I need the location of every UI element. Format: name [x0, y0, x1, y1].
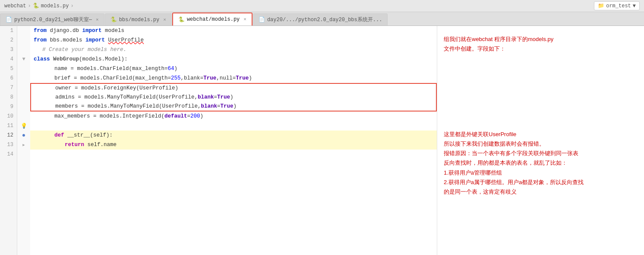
- tab4-label: day20/.../python2.0_day20_bbs系统开...: [267, 16, 382, 23]
- project-section: 📁 orm_test ▼: [594, 1, 640, 10]
- tab-bbs-models[interactable]: 🐍 bbs/models.py ×: [105, 13, 172, 26]
- bool-true-6c: True: [236, 73, 249, 83]
- field-name-7: owner = models.ForeignKey(UserProfile): [55, 83, 178, 93]
- code-line-9: members = models.ManyToManyField(UserPro…: [30, 102, 437, 112]
- breadcrumb: webchat › 🐍 models.py ›: [4, 3, 74, 9]
- code-line-10: max_members = models.IntegerField(defaul…: [30, 112, 437, 121]
- field-param-6c: null: [220, 73, 233, 83]
- gutter-9: [17, 102, 30, 112]
- kw-from-1: from: [34, 26, 47, 35]
- project-badge[interactable]: 📁 orm_test ▼: [594, 1, 640, 10]
- code-line-3: # Create your models here.: [30, 45, 437, 54]
- gutter-13: ▶: [17, 140, 30, 150]
- tab1-close[interactable]: ×: [96, 17, 99, 22]
- bool-true-6b: True: [203, 73, 216, 83]
- project-name: orm_test: [606, 3, 631, 9]
- breadcrumb-sep: ›: [28, 3, 31, 9]
- annotation-top: 组我们就在webchat 程序目录下的models.py 文件中创建。字段如下：: [444, 35, 638, 54]
- val-10: 200: [190, 112, 200, 121]
- tab2-label: bbs/models.py: [119, 17, 160, 23]
- ln-14: 14: [0, 150, 17, 159]
- field-param-6a: max_length: [136, 73, 168, 83]
- tab2-close[interactable]: ×: [163, 17, 166, 22]
- import-name-1: models: [105, 26, 124, 35]
- gutter-12: ●: [17, 131, 30, 140]
- debug-dot-icon[interactable]: ●: [22, 132, 25, 139]
- breadcrumb-end-sep: ›: [70, 3, 73, 9]
- tab1-icon: 📄: [6, 16, 12, 23]
- gutter-2: [17, 35, 30, 45]
- code-line-14: [30, 150, 437, 159]
- tab-webchat-models[interactable]: 🐍 webchat/models.py ×: [172, 13, 253, 26]
- tab1-label: python2.0_day21_web聊天室—: [14, 16, 92, 23]
- annotation-panel: 组我们就在webchat 程序目录下的models.py 文件中创建。字段如下：…: [437, 26, 644, 255]
- ln-8: 8: [0, 92, 17, 102]
- field-name-8: admins = models.ManyToManyField(UserProf…: [55, 92, 198, 102]
- gutter-7: [17, 83, 30, 92]
- bool-true-8: True: [217, 92, 230, 102]
- code-line-4: class WebGroup (models.Model):: [30, 54, 437, 64]
- tab-python-day21[interactable]: 📄 python2.0_day21_web聊天室— ×: [0, 13, 104, 26]
- ln-4: 4: [0, 54, 17, 64]
- code-line-5: name = models.CharField(max_length=64): [30, 64, 437, 73]
- ln-6: 6: [0, 73, 17, 83]
- code-lines: from django.db import models from bbs.mo…: [30, 26, 437, 159]
- code-line-13: return self.name: [30, 140, 437, 150]
- bool-true-9: True: [221, 102, 234, 111]
- default-kw-10: default: [164, 112, 187, 121]
- gutter-1: [17, 26, 30, 35]
- field-val-6: 255: [171, 73, 181, 83]
- tab-bar: 📄 python2.0_day21_web聊天室— × 🐍 bbs/models…: [0, 12, 644, 26]
- ln-2: 2: [0, 35, 17, 45]
- code-line-8: admins = models.ManyToManyField(UserProf…: [30, 92, 437, 102]
- breadcrumb-file-icon: 🐍: [33, 3, 39, 9]
- tab3-icon: 🐍: [178, 16, 185, 23]
- annotation-middle: 这里都是外键关联UserProfile 所以接下来我们创建数据表时会有报错。 报…: [444, 130, 638, 197]
- gutter-4[interactable]: ▼: [17, 54, 30, 64]
- ln-3: 3: [0, 45, 17, 54]
- tab3-label: webchat/models.py: [187, 16, 240, 22]
- field-param-5: max_length: [132, 64, 164, 73]
- ln-12: 12: [0, 131, 17, 140]
- gutter-14: [17, 150, 30, 159]
- class-name: WebGroup: [53, 54, 79, 64]
- field-val-5: 64: [168, 64, 174, 73]
- gutter: ▼ 💡 ● ▶: [17, 26, 30, 255]
- ln-11: 11: [0, 121, 17, 131]
- code-line-7: owner = models.ForeignKey(UserProfile): [30, 83, 437, 92]
- module-2: bbs.models: [50, 35, 82, 45]
- field-name-10: max_members = models.IntegerField(: [54, 112, 164, 121]
- kw-class: class: [34, 54, 50, 64]
- field-name-9: members = models.ManyToManyField(UserPro…: [55, 102, 201, 111]
- ln-9: 9: [0, 102, 17, 112]
- kw-import-1: import: [82, 26, 102, 35]
- tab-day20[interactable]: 📄 day20/.../python2.0_day20_bbs系统开...: [253, 13, 388, 26]
- folder-icon: 📁: [598, 3, 604, 9]
- ln-13: 13: [0, 140, 17, 150]
- field-type-5: CharField(: [100, 64, 132, 73]
- module-1: django.db: [50, 26, 79, 35]
- gutter-10: [17, 112, 30, 121]
- gutter-5: [17, 64, 30, 73]
- gutter-3: [17, 45, 30, 54]
- code-line-12: def __str__(self):: [30, 131, 437, 140]
- tab4-icon: 📄: [259, 16, 265, 23]
- return-val-13: self.name: [88, 140, 117, 150]
- code-editor[interactable]: from django.db import models from bbs.mo…: [30, 26, 437, 255]
- fold-triangle-icon: ▶: [22, 143, 25, 147]
- kw-def: def: [54, 131, 64, 140]
- blank-kw-9: blank: [201, 102, 218, 111]
- code-line-2: from bbs.models import UserProfile: [30, 35, 437, 45]
- fold-arrow-icon: ▼: [22, 56, 25, 62]
- main-content: 1 2 3 4 5 6 7 8 9 10 11 12 13 14 ▼ 💡 ● ▶: [0, 26, 644, 255]
- code-line-11: [30, 121, 437, 131]
- tab3-close[interactable]: ×: [243, 17, 246, 22]
- ln-1: 1: [0, 26, 17, 35]
- gutter-11: 💡: [17, 121, 30, 131]
- gutter-6: [17, 73, 30, 83]
- kw-return: return: [65, 140, 84, 150]
- bulb-icon[interactable]: 💡: [21, 123, 27, 129]
- kw-import-2: import: [85, 35, 105, 45]
- ln-10: 10: [0, 112, 17, 121]
- class-base: (models.Model):: [79, 54, 128, 64]
